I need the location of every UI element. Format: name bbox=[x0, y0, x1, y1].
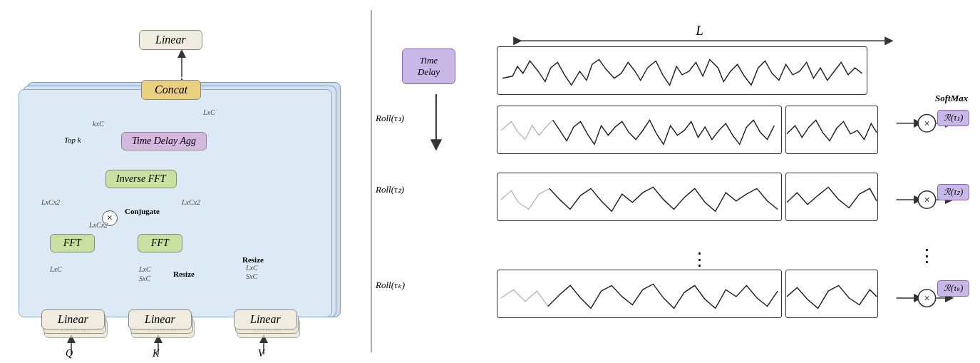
roll-tau2-label: Roll(τ₂) bbox=[376, 184, 404, 195]
lxcx2-right-label: LxCx2 bbox=[182, 198, 200, 206]
svg-text:×: × bbox=[924, 292, 929, 304]
svg-point-36 bbox=[918, 290, 936, 307]
r-tauk-label: ℛ(τₖ) bbox=[944, 283, 963, 293]
time-delay-box: TimeDelay bbox=[402, 48, 455, 84]
sxc-label: SxC bbox=[139, 275, 150, 282]
topk-label: Top k bbox=[64, 136, 81, 144]
inverse-fft-label: Inverse FFT bbox=[116, 173, 166, 184]
fft1-label: FFT bbox=[63, 237, 81, 248]
right-panel: L × × × ⋮ ⋮ T bbox=[372, 0, 980, 363]
waveform-top bbox=[497, 46, 867, 95]
roll-tauk-label: Roll(τₖ) bbox=[376, 280, 405, 291]
lxc-fft2-label: LxC bbox=[139, 265, 151, 273]
q-label: Q bbox=[66, 348, 73, 359]
resize-label-k: Resize bbox=[173, 270, 195, 278]
fft1-box: FFT bbox=[50, 234, 95, 252]
waveform-tau1-main bbox=[497, 106, 782, 154]
svg-text:×: × bbox=[924, 194, 929, 205]
k-label: K bbox=[153, 348, 159, 359]
linear-v-box: Linear bbox=[234, 310, 297, 329]
linear-k-box: Linear bbox=[128, 310, 192, 329]
r-tau2-label: ℛ(τ₂) bbox=[944, 187, 963, 197]
conjugate-label: Conjugate bbox=[125, 207, 160, 215]
r-tau2-box: ℛ(τ₂) bbox=[937, 184, 969, 200]
lxcx2-mid-label: LxCx2 bbox=[89, 221, 108, 229]
lxc-concat-label: LxC bbox=[203, 108, 215, 116]
r-tau1-box: ℛ(τ₁) bbox=[937, 110, 969, 126]
linear-k-label: Linear bbox=[145, 313, 175, 325]
svg-text:L: L bbox=[696, 24, 703, 38]
kxc-label: kxC bbox=[93, 120, 104, 128]
svg-point-34 bbox=[918, 191, 936, 209]
lxc-fft1-label: LxC bbox=[50, 265, 62, 273]
r-tauk-box: ℛ(τₖ) bbox=[937, 280, 969, 297]
svg-text:⋮: ⋮ bbox=[918, 246, 936, 265]
linear-q-box: Linear bbox=[41, 310, 105, 329]
svg-text:×: × bbox=[924, 118, 929, 129]
left-panel: Linear Concat Top k LxC kxC Time Delay A… bbox=[0, 0, 371, 363]
waveform-tau1-small bbox=[785, 106, 878, 154]
r-tau1-label: ℛ(τ₁) bbox=[944, 113, 963, 123]
linear-v-label: Linear bbox=[250, 313, 281, 325]
softmax-label: SoftMax bbox=[935, 93, 968, 104]
waveform-tauk-small bbox=[785, 270, 878, 318]
fft2-box: FFT bbox=[138, 234, 182, 252]
sxc-v-label: SxC bbox=[246, 272, 257, 280]
fft2-label: FFT bbox=[151, 237, 169, 248]
waveform-tau2-small bbox=[785, 173, 878, 221]
linear-top-box: Linear bbox=[139, 30, 202, 50]
svg-point-32 bbox=[918, 115, 936, 133]
softmax-text: SoftMax bbox=[935, 93, 968, 103]
svg-text:⋮: ⋮ bbox=[691, 250, 708, 269]
time-delay-label: TimeDelay bbox=[418, 55, 440, 77]
v-label: V bbox=[258, 348, 264, 359]
resize-label-v: Resize bbox=[242, 255, 264, 264]
waveform-tau2-main bbox=[497, 173, 782, 221]
linear-q-label: Linear bbox=[58, 313, 88, 325]
linear-top-label: Linear bbox=[155, 34, 186, 46]
concat-box: Concat bbox=[141, 80, 201, 100]
time-delay-agg-label: Time Delay Agg bbox=[132, 136, 196, 146]
roll-tau1-label: Roll(τ₁) bbox=[376, 113, 404, 124]
lxcx2-left-label: LxCx2 bbox=[41, 198, 60, 206]
lxc-v-label: LxC bbox=[246, 264, 258, 272]
concat-label: Concat bbox=[155, 83, 187, 96]
inverse-fft-box: Inverse FFT bbox=[105, 170, 177, 188]
time-delay-agg-box: Time Delay Agg bbox=[121, 132, 207, 150]
waveform-tauk-main bbox=[497, 270, 782, 318]
